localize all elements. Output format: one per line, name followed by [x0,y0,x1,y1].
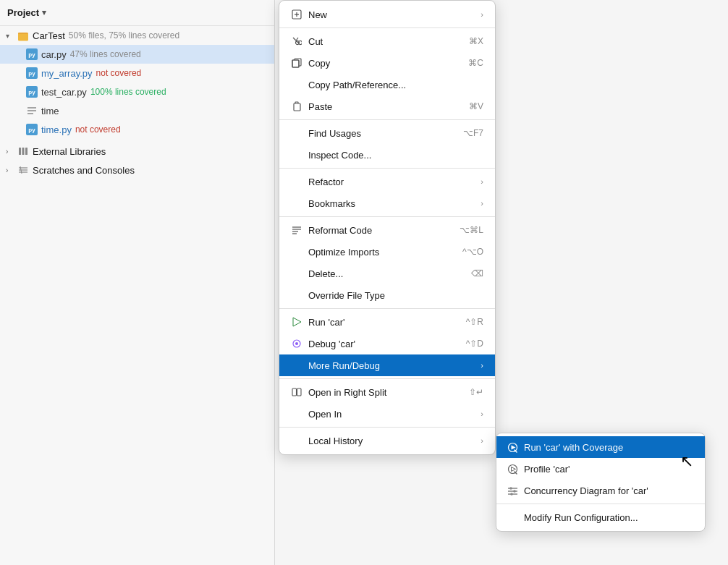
menu-item-debug[interactable]: Debug 'car' ^⇧D [279,333,495,354]
menu-item-copy[interactable]: Copy ⌘C [279,52,495,74]
menu-label-run: Run 'car' [308,317,344,328]
time-py-coverage: not covered [75,124,121,135]
menu-label-cut: Cut [308,36,323,47]
split-icon [291,386,302,398]
menu-item-cut[interactable]: Cut ⌘X [279,30,495,52]
test-car-py-label: test_car.py [41,87,87,98]
debug-icon [291,338,302,349]
menu-label-open-in: Open In [308,409,342,420]
debug-shortcut: ^⇧D [466,339,483,349]
menu-separator [279,216,495,217]
svg-marker-29 [511,467,515,471]
menu-item-find-usages[interactable]: Find Usages ⌥F7 [279,122,495,144]
submenu-item-concurrency[interactable]: Concurrency Diagram for 'car' [496,480,705,501]
menu-item-optimize[interactable]: Optimize Imports ^⌥O [279,241,495,263]
delete-icon [291,268,302,279]
python-icon: py [26,67,38,79]
run-icon [291,316,302,328]
paste-icon [291,101,302,112]
svg-rect-24 [292,388,297,396]
submenu-arrow-icon: › [481,361,483,370]
expand-arrow-icon: ▾ [6,32,14,40]
delete-shortcut: ⌫ [471,268,483,279]
menu-item-refactor[interactable]: Refactor › [279,171,495,192]
scratches-label: Scratches and Consoles [33,165,135,176]
my-array-py-label: my_array.py [41,68,93,79]
inspect-icon [291,149,302,161]
menu-item-open-in[interactable]: Open In › [279,403,495,425]
find-usages-shortcut: ⌥F7 [463,128,483,138]
menu-separator [279,308,495,309]
python-icon: py [26,124,38,135]
copy-path-icon [291,79,302,90]
svg-rect-4 [19,148,21,155]
svg-rect-6 [25,148,27,155]
menu-label-delete: Delete... [308,268,343,279]
coverage-run-icon [507,441,518,453]
menu-item-paste[interactable]: Paste ⌘V [279,95,495,117]
menu-label-find-usages: Find Usages [308,128,361,139]
menu-label-inspect: Inspect Code... [308,150,371,161]
find-icon [291,127,302,139]
project-header[interactable]: Project ▾ [0,0,274,26]
tree-item-time[interactable]: time [0,101,274,120]
menu-item-run[interactable]: Run 'car' ^⇧R [279,311,495,333]
submenu-arrow-icon: › [481,177,483,186]
menu-label-bookmarks: Bookmarks [308,198,355,209]
time-label: time [41,106,59,116]
svg-rect-5 [22,148,25,155]
menu-item-new[interactable]: New › [279,4,495,25]
submenu-label-modify-config: Modify Run Configuration... [524,512,638,523]
open-in-icon [291,408,302,420]
menu-label-paste: Paste [308,101,332,112]
menu-item-open-right[interactable]: Open in Right Split ⇧↵ [279,381,495,403]
menu-item-reformat[interactable]: Reformat Code ⌥⌘L [279,219,495,241]
menu-item-inspect-code[interactable]: Inspect Code... [279,144,495,166]
submenu-arrow-icon: › [481,409,483,418]
menu-separator [279,378,495,379]
tree-item-external-libs[interactable]: › External Libraries [0,142,274,161]
cut-shortcut: ⌘X [469,36,483,46]
tree-item-scratches[interactable]: › Scratches and Consoles [0,161,274,179]
tree-item-car-py[interactable]: py car.py 47% lines covered [0,45,274,64]
external-libs-label: External Libraries [33,146,106,157]
submenu-item-modify-config[interactable]: Modify Run Configuration... [496,506,705,528]
submenu-arrow-icon: › [481,10,483,19]
menu-item-more-run-debug[interactable]: More Run/Debug › [279,354,495,376]
svg-rect-14 [292,60,299,67]
svg-rect-25 [297,388,302,396]
menu-separator [279,27,495,28]
bookmark-icon [291,197,302,209]
menu-label-more-run-debug: More Run/Debug [308,360,380,371]
tree-item-time-py[interactable]: py time.py not covered [0,120,274,139]
profile-icon [507,463,518,475]
refactor-icon [291,176,302,187]
history-icon [291,435,302,446]
cartest-label: CarTest [33,30,65,41]
menu-label-new: New [308,9,327,20]
menu-item-copy-path[interactable]: Copy Path/Reference... [279,74,495,95]
menu-item-delete[interactable]: Delete... ⌫ [279,263,495,284]
python-icon: py [26,48,38,60]
menu-separator [279,427,495,428]
svg-point-23 [295,342,298,345]
submenu-label-run-coverage: Run 'car' with Coverage [524,442,623,453]
tree-item-cartest[interactable]: ▾ CarTest 50% files, 75% lines covered [0,26,274,45]
my-array-py-coverage: not covered [96,68,142,78]
optimize-icon [291,246,302,258]
copy-icon [291,57,302,69]
menu-label-reformat: Reformat Code [308,225,372,236]
tree-item-test-car-py[interactable]: py test_car.py 100% lines covered [0,82,274,101]
copy-shortcut: ⌘C [468,58,483,68]
menu-item-local-history[interactable]: Local History › [279,430,495,451]
run-shortcut: ^⇧R [466,317,483,327]
svg-point-33 [509,487,512,490]
svg-point-34 [513,490,516,493]
car-py-label: car.py [41,49,67,60]
menu-item-bookmarks[interactable]: Bookmarks › [279,192,495,214]
tree-item-my-array-py[interactable]: py my_array.py not covered [0,64,274,82]
menu-label-refactor: Refactor [308,177,344,187]
menu-item-override[interactable]: Override File Type [279,284,495,306]
submenu-item-run-coverage[interactable]: Run 'car' with Coverage [496,436,705,458]
submenu-item-profile[interactable]: Profile 'car' [496,458,705,480]
